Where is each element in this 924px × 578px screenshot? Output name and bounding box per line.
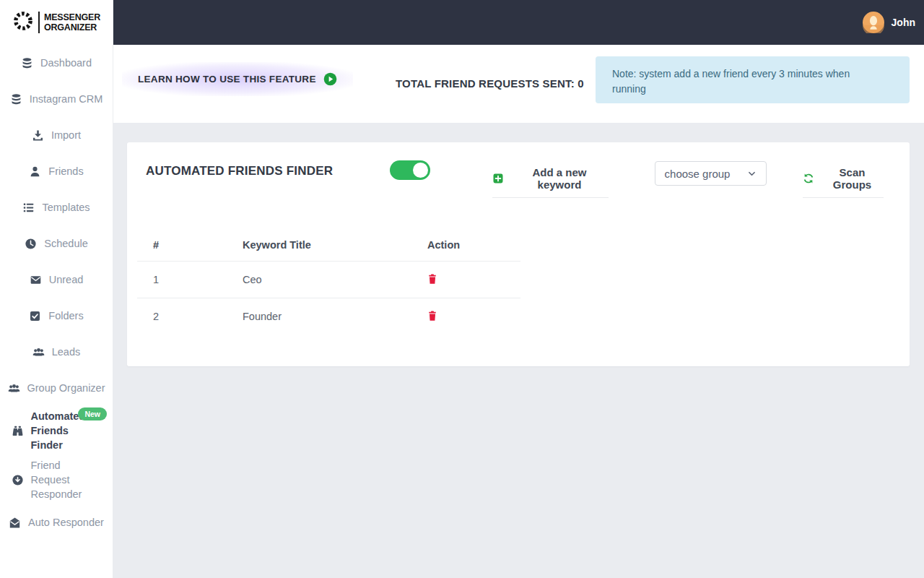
list-icon — [22, 202, 35, 214]
sidebar-item-auto-responder[interactable]: Auto Responder — [0, 504, 113, 540]
sidebar-item-label: Friends — [48, 165, 83, 177]
table-row: 2Founder — [137, 298, 520, 335]
chevron-down-icon — [747, 169, 757, 178]
envelope-open-icon — [9, 517, 21, 529]
play-circle-icon — [323, 72, 337, 86]
delete-keyword-button[interactable] — [427, 273, 437, 285]
download-icon — [32, 129, 44, 142]
column-header: Keyword Title — [234, 230, 419, 261]
topbar: John — [113, 0, 924, 45]
total-requests-label: TOTAL FRIEND REQUESTS SENT: 0 — [396, 77, 584, 90]
keyword-cell: Founder — [234, 298, 419, 335]
row-index-cell: 2 — [137, 298, 234, 335]
action-cell — [419, 261, 520, 298]
learn-feature-label: LEARN HOW TO USE THIS FEATURE — [138, 74, 316, 85]
sidebar-item-instagram-crm[interactable]: Instagram CRM — [0, 81, 113, 117]
database-icon — [21, 57, 33, 69]
scan-groups-button[interactable]: Scan Groups — [803, 166, 884, 198]
group-select-value: choose group — [665, 168, 731, 180]
users-icon — [8, 382, 20, 394]
sidebar-item-import[interactable]: Import — [0, 117, 113, 153]
sidebar-item-schedule[interactable]: Schedule — [0, 225, 113, 262]
column-header: # — [137, 230, 234, 261]
note-alert: Note: system add a new friend every 3 mi… — [596, 56, 910, 103]
panel-title: AUTOMATED FRIENDS FINDER — [146, 164, 333, 178]
sidebar-item-label: Dashboard — [40, 57, 92, 69]
toggle-knob — [413, 163, 428, 178]
learn-feature-button[interactable]: LEARN HOW TO USE THIS FEATURE — [122, 62, 353, 96]
user-icon — [29, 165, 41, 178]
sidebar-item-label: Templates — [42, 202, 90, 213]
sidebar-item-friends[interactable]: Friends — [0, 153, 113, 189]
username: John — [892, 17, 915, 28]
sidebar-item-label: Auto Responder — [28, 517, 104, 528]
keyword-cell: Ceo — [234, 261, 419, 298]
sidebar-item-unread[interactable]: Unread — [0, 262, 113, 298]
sidebar-item-label: Unread — [49, 274, 84, 285]
user-menu[interactable]: John — [863, 12, 915, 33]
keywords-table: #Keyword TitleAction 1Ceo2Founder — [137, 230, 520, 335]
sidebar-item-label: Schedule — [44, 238, 87, 249]
gear-logo-icon — [12, 10, 34, 35]
sidebar-nav: DashboardInstagram CRMImportFriendsTempl… — [0, 45, 113, 540]
new-badge: New — [78, 407, 107, 420]
finder-toggle[interactable] — [390, 160, 430, 180]
logo-divider — [38, 12, 40, 33]
table-row: 1Ceo — [137, 261, 520, 298]
brand-name: MESSENGER ORGANIZER — [44, 12, 100, 33]
database-icon — [10, 93, 22, 105]
trash-icon — [427, 273, 437, 285]
sidebar-item-label: Folders — [48, 310, 83, 322]
sidebar-item-friend-request-responder[interactable]: Friend Request Responder — [0, 455, 113, 504]
brand-line1: MESSENGER — [44, 12, 100, 22]
note-text: Note: system add a new friend every 3 mi… — [612, 68, 850, 95]
sidebar-item-label: Instagram CRM — [30, 93, 103, 105]
add-keyword-label: Add a new keyword — [510, 166, 609, 191]
trash-icon — [427, 310, 437, 322]
sync-icon — [803, 173, 814, 184]
sidebar: MESSENGER ORGANIZER DashboardInstagram C… — [0, 0, 113, 578]
sidebar-item-label: Group Organizer — [27, 382, 105, 394]
table-header-row: #Keyword TitleAction — [137, 230, 520, 261]
envelope-icon — [30, 274, 42, 286]
header-band: LEARN HOW TO USE THIS FEATURE TOTAL FRIE… — [113, 45, 924, 123]
row-index-cell: 1 — [137, 261, 234, 298]
avatar — [863, 12, 884, 33]
check-square-icon — [29, 310, 41, 322]
sidebar-item-label: Leads — [52, 346, 81, 358]
sidebar-item-label: Friend Request Responder — [31, 458, 102, 501]
main-content: LEARN HOW TO USE THIS FEATURE TOTAL FRIE… — [113, 45, 924, 578]
sidebar-item-folders[interactable]: Folders — [0, 298, 113, 334]
sidebar-item-dashboard[interactable]: Dashboard — [0, 45, 113, 81]
sidebar-item-label: Import — [51, 129, 81, 141]
sidebar-item-leads[interactable]: Leads — [0, 334, 113, 370]
sidebar-item-group-organizer[interactable]: Group Organizer — [0, 370, 113, 406]
arrow-down-circle-icon — [12, 474, 24, 486]
brand-line2: ORGANIZER — [44, 22, 100, 33]
plus-square-icon — [492, 173, 504, 184]
delete-keyword-button[interactable] — [427, 310, 437, 322]
action-cell — [419, 298, 520, 335]
app-logo[interactable]: MESSENGER ORGANIZER — [0, 0, 113, 45]
column-header: Action — [419, 230, 520, 261]
finder-card: AUTOMATED FRIENDS FINDER Add a new keywo… — [127, 142, 910, 366]
clock-icon — [25, 238, 37, 250]
group-select[interactable]: choose group — [655, 161, 767, 186]
add-keyword-button[interactable]: Add a new keyword — [492, 166, 609, 198]
sidebar-item-automated-friends-finder[interactable]: Automated Friends FinderNew — [0, 406, 113, 455]
binoculars-icon — [12, 425, 24, 437]
users-icon — [32, 346, 45, 358]
sidebar-item-templates[interactable]: Templates — [0, 189, 113, 225]
scan-groups-label: Scan Groups — [821, 166, 884, 191]
